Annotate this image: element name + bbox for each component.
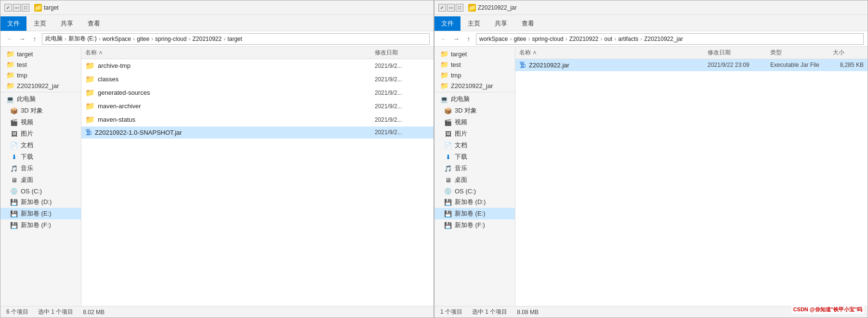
left-square[interactable]: □ [22,4,29,12]
right-nav-music[interactable]: 🎵 音乐 [434,163,515,174]
right-minimize[interactable]: — [447,4,455,12]
right-explorer-window: ✓ — □ 📁 Z20210922_jar 文件 主页 共享 查看 ← → ↑ … [434,0,868,318]
left-nav-pictures-icon: 🖼 [10,130,18,138]
right-nav-docs[interactable]: 📄 文档 [434,140,515,151]
right-col-name[interactable]: 名称 ∧ [515,49,704,57]
right-tab-home[interactable]: 主页 [460,16,487,31]
right-path-springcloud[interactable]: spring-cloud [532,36,563,42]
right-path-workspace[interactable]: workSpace [479,36,508,42]
table-row[interactable]: 📁 maven-archiver 2021/9/2... [81,100,434,113]
right-nav-3d[interactable]: 📦 3D 对象 [434,105,515,116]
right-nav-osc[interactable]: 💿 OS (C:) [434,186,515,196]
left-col-name[interactable]: 名称 ∧ [81,49,371,57]
right-nav-desktop[interactable]: 🖥 桌面 [434,174,515,186]
right-file-pane: 名称 ∧ 修改日期 类型 大小 🗜 Z20210922.jar 2021/9/2… [515,47,868,306]
left-path-target[interactable]: target [227,36,242,42]
table-row[interactable]: 📁 classes 2021/9/2... [81,73,434,86]
right-forward-btn[interactable]: → [451,34,461,44]
right-nav-target[interactable]: 📁 target [434,49,515,59]
left-window-title: target [44,4,430,11]
left-tab-file[interactable]: 文件 [0,16,26,31]
left-nav-target-icon: 📁 [6,50,14,58]
right-back-btn[interactable]: ← [438,34,449,44]
right-up-btn[interactable]: ↑ [463,34,474,44]
right-tab-share[interactable]: 共享 [487,16,514,31]
table-row[interactable]: 📁 archive-tmp 2021/9/2... [81,59,434,73]
right-tab-view[interactable]: 查看 [514,16,541,31]
left-minimize[interactable]: — [13,4,21,12]
right-col-date[interactable]: 修改日期 [704,49,766,57]
left-nav-3d[interactable]: 📦 3D 对象 [0,105,81,116]
table-row[interactable]: 📁 maven-status 2021/9/2... [81,113,434,127]
right-nav-test[interactable]: 📁 test [434,59,515,70]
right-nav-pc-label: 此电脑 [451,95,470,103]
left-tab-view[interactable]: 查看 [80,16,107,31]
right-checkbox[interactable]: ✓ [438,4,446,12]
table-row[interactable]: 🗜 Z20210922-1.0-SNAPSHOT.jar 2021/9/2... [81,127,434,139]
left-path-workspace[interactable]: workSpace [103,36,131,42]
right-path-out[interactable]: out [605,36,613,42]
right-nav-jar[interactable]: 📁 Z20210922_jar [434,80,515,91]
right-square[interactable]: □ [456,4,463,12]
left-window-controls: ✓ — □ [4,4,29,12]
left-forward-btn[interactable]: → [17,34,27,44]
file-date: 2021/9/2... [371,103,434,110]
right-nav-drivef-icon: 💾 [444,221,452,229]
left-path-z20[interactable]: Z20210922 [192,36,222,42]
right-nav-jar-label: Z20210922_jar [451,82,493,89]
left-nav-drivedee[interactable]: 💾 新加卷 (D:) [0,196,81,208]
left-nav-drivef[interactable]: 💾 新加卷 (F:) [0,219,81,231]
left-nav-test-label: test [17,61,27,68]
right-nav-target-icon: 📁 [440,50,448,58]
right-nav-test-icon: 📁 [440,61,448,68]
right-nav-drived-icon: 💾 [444,198,452,206]
left-checkbox[interactable]: ✓ [4,4,12,12]
left-nav-pc[interactable]: 💻 此电脑 [0,93,81,105]
left-nav-3d-icon: 📦 [10,107,18,114]
right-nav-pc[interactable]: 💻 此电脑 [434,93,515,105]
left-nav-test[interactable]: 📁 test [0,59,81,70]
left-nav-osc[interactable]: 💿 OS (C:) [0,186,81,196]
right-nav-pictures[interactable]: 🖼 图片 [434,128,515,140]
left-col-date[interactable]: 修改日期 [371,49,434,57]
left-nav-desktop[interactable]: 🖥 桌面 [0,174,81,186]
table-row[interactable]: 📁 generated-sources 2021/9/2... [81,86,434,100]
right-address-path[interactable]: workSpace › gitee › spring-cloud › Z2021… [476,33,864,45]
left-nav-driveee[interactable]: 💾 新加卷 (E:) [0,208,81,219]
right-path-gitee[interactable]: gitee [513,36,526,42]
left-address-path[interactable]: 此电脑 › 新加卷 (E:) › workSpace › gitee › spr… [42,33,430,45]
left-tab-share[interactable]: 共享 [53,16,80,31]
left-nav-downloads[interactable]: ⬇ 下载 [0,151,81,163]
right-nav-drivef[interactable]: 💾 新加卷 (F:) [434,219,515,231]
jar-icon: 🗜 [519,61,526,69]
right-path-z20[interactable]: Z20210922 [569,36,599,42]
left-nav-docs[interactable]: 📄 文档 [0,140,81,151]
left-nav-tmp[interactable]: 📁 tmp [0,70,81,80]
left-tab-home[interactable]: 主页 [26,16,53,31]
right-nav-tmp[interactable]: 📁 tmp [434,70,515,80]
right-path-jar[interactable]: Z20210922_jar [644,36,683,42]
right-file-list-header: 名称 ∧ 修改日期 类型 大小 [515,47,868,59]
right-col-size[interactable]: 大小 [829,49,868,57]
left-path-thispc[interactable]: 此电脑 [45,35,63,43]
left-nav-video[interactable]: 🎬 视频 [0,116,81,128]
right-tab-file[interactable]: 文件 [434,16,460,31]
right-nav-video[interactable]: 🎬 视频 [434,116,515,128]
right-col-type[interactable]: 类型 [766,49,829,57]
right-path-artifacts[interactable]: artifacts [618,36,638,42]
left-nav-drivedee-icon: 💾 [10,198,18,206]
right-nav-osc-icon: 💿 [444,187,452,195]
left-nav-target[interactable]: 📁 target [0,49,81,59]
left-path-springcloud[interactable]: spring-cloud [155,36,186,42]
right-nav-drived[interactable]: 💾 新加卷 (D:) [434,196,515,208]
left-path-gitee[interactable]: gitee [137,36,149,42]
table-row[interactable]: 🗜 Z20210922.jar 2021/9/22 23:09 Executab… [515,59,868,71]
left-nav-pictures[interactable]: 🖼 图片 [0,128,81,140]
left-nav-jar[interactable]: 📁 Z20210922_jar [0,80,81,91]
right-nav-drivee[interactable]: 💾 新加卷 (E:) [434,208,515,219]
left-path-drive[interactable]: 新加卷 (E:) [68,35,97,43]
left-up-btn[interactable]: ↑ [29,34,40,44]
left-nav-music[interactable]: 🎵 音乐 [0,163,81,174]
left-back-btn[interactable]: ← [4,34,15,44]
right-nav-downloads[interactable]: ⬇ 下载 [434,151,515,163]
